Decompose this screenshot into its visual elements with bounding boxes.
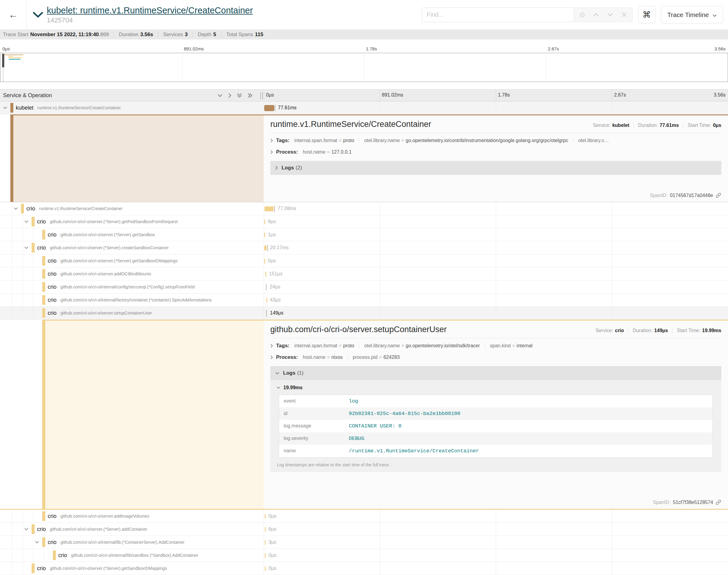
span-detail-panel: runtime.v1.RuntimeService/CreateContaine… xyxy=(0,114,728,202)
chevron-down-icon[interactable] xyxy=(14,207,18,210)
trace-start: Trace StartNovember 15 2022, 11:19:40.80… xyxy=(3,32,114,38)
span-timeline-cell[interactable]: 1μs xyxy=(264,228,728,241)
tree-guideline xyxy=(33,536,33,549)
back-button[interactable]: ← xyxy=(0,0,27,29)
tree-guideline xyxy=(23,280,23,293)
span-detail-left xyxy=(0,320,264,509)
log-entry-accordion[interactable]: 19.99ms xyxy=(276,385,715,391)
span-row[interactable]: crio github.com/cri-o/cri-o/internal/lib… xyxy=(0,536,728,549)
process-accordion[interactable]: Process: host.name=127.0.0.1 xyxy=(270,146,721,158)
span-bar xyxy=(265,514,266,519)
column-resizer-handle[interactable] xyxy=(260,92,263,99)
tag-item: internal.span.format=proto xyxy=(294,138,359,143)
chevron-down-icon[interactable] xyxy=(35,541,39,544)
span-row[interactable]: crio github.com/cri-o/cri-o/internal/lib… xyxy=(0,549,728,562)
trace-view-selector[interactable]: Trace Timeline xyxy=(661,6,723,23)
span-duration-label: 3μs xyxy=(268,539,276,545)
copy-link-icon[interactable] xyxy=(716,499,721,505)
span-row[interactable]: crio runtime.v1.RuntimeService/CreateCon… xyxy=(0,202,728,215)
span-color-bar xyxy=(42,256,45,266)
collapse-trace-header-icon[interactable] xyxy=(33,12,43,18)
minimap-drag-handle[interactable] xyxy=(2,54,4,67)
logs-accordion[interactable]: Logs(2) xyxy=(270,161,721,175)
clear-find-icon[interactable] xyxy=(618,9,630,21)
span-service: kubelet xyxy=(16,105,33,111)
tree-guideline xyxy=(44,549,44,562)
span-timeline-cell[interactable]: 3μs xyxy=(264,536,728,549)
span-timeline-cell[interactable]: 8μs xyxy=(264,215,728,228)
tree-guideline xyxy=(23,510,23,522)
span-service: crio xyxy=(37,245,46,251)
span-service: crio xyxy=(48,258,57,264)
focus-match-icon[interactable] xyxy=(576,9,588,21)
span-timeline-cell[interactable]: 20.17ms xyxy=(264,241,728,254)
minimap-tick: 2.67s xyxy=(548,46,559,51)
chevron-down-icon[interactable] xyxy=(3,107,7,109)
process-accordion[interactable]: Process: host.name=nixos process.pid=624… xyxy=(270,351,721,363)
span-timeline-cell[interactable]: 149μs xyxy=(264,307,728,319)
tree-guideline xyxy=(23,294,23,306)
tags-accordion[interactable]: Tags: internal.span.format=proto otel.li… xyxy=(270,340,721,351)
span-timeline-cell[interactable]: 0μs xyxy=(264,510,728,522)
find-input[interactable] xyxy=(422,8,574,22)
tree-guideline xyxy=(12,294,12,306)
expand-one-icon[interactable] xyxy=(228,93,231,98)
span-timeline-cell[interactable]: 43μs xyxy=(264,294,728,306)
span-row[interactable]: crio github.com/cri-o/cri-o/server.(*Ser… xyxy=(0,215,728,228)
logs-body: 19.99ms event log id 92b82381-025c-4a64-… xyxy=(270,380,721,472)
span-row[interactable]: crio github.com/cri-o/cri-o/internal/con… xyxy=(0,280,728,294)
span-row[interactable]: kubelet runtime.v1.RuntimeService/Create… xyxy=(0,101,728,114)
keyboard-shortcuts-button[interactable]: ⌘ xyxy=(638,6,655,23)
span-row[interactable]: crio github.com/cri-o/cri-o/server.(*Ser… xyxy=(0,241,728,255)
timeline-column-header: Service & Operation 0μs 891.02ms 1. xyxy=(0,89,728,101)
span-row[interactable]: crio github.com/cri-o/cri-o/server.addIm… xyxy=(0,510,728,523)
collapse-all-icon[interactable] xyxy=(237,93,242,98)
span-duration-label: 0μs xyxy=(268,566,276,571)
trace-duration: Duration3.56s xyxy=(114,32,158,38)
tree-guideline xyxy=(12,523,12,536)
span-row[interactable]: crio github.com/cri-o/cri-o/server.(*Ser… xyxy=(0,228,728,241)
span-timeline-cell[interactable]: 6μs xyxy=(264,523,728,536)
span-timeline-cell[interactable]: 77.08ms xyxy=(264,202,728,215)
tree-guideline xyxy=(33,228,33,241)
span-duration-label: 8μs xyxy=(268,219,276,224)
span-operation: github.com/cri-o/cri-o/server.(*Server).… xyxy=(50,245,264,250)
chevron-right-icon xyxy=(270,355,273,360)
tree-guideline xyxy=(23,549,23,562)
tags-accordion[interactable]: Tags: internal.span.format=proto otel.li… xyxy=(270,135,721,146)
minimap-canvas[interactable] xyxy=(0,53,728,82)
log-field-row: log.message CONTAINER USER: 0 xyxy=(279,420,713,432)
span-color-bar xyxy=(53,550,56,560)
trace-view-selector-label: Trace Timeline xyxy=(667,11,709,19)
span-row[interactable]: crio github.com/cri-o/cri-o/internal/fac… xyxy=(0,294,728,307)
chevron-down-icon[interactable] xyxy=(24,246,29,249)
span-timeline-cell[interactable]: 151μs xyxy=(264,267,728,280)
tree-guideline xyxy=(12,280,12,293)
chevron-down-icon xyxy=(275,372,279,375)
span-row[interactable]: crio github.com/cri-o/cri-o/server.(*Ser… xyxy=(0,562,728,575)
span-row[interactable]: crio github.com/cri-o/cri-o/server.(*Ser… xyxy=(0,255,728,267)
prev-match-icon[interactable] xyxy=(590,9,602,21)
span-timeline-cell[interactable]: 77.61ms xyxy=(264,101,728,114)
span-timeline-cell[interactable]: 24μs xyxy=(264,280,728,293)
find-tools xyxy=(574,8,633,22)
span-row[interactable]: crio github.com/cri-o/cri-o/server.addOC… xyxy=(0,267,728,280)
chevron-down-icon[interactable] xyxy=(24,221,29,223)
span-timeline-cell[interactable]: 0μs xyxy=(264,549,728,562)
minimap-tick: 1.78s xyxy=(366,46,377,51)
span-row[interactable]: crio github.com/cri-o/cri-o/server.setup… xyxy=(0,307,728,320)
copy-link-icon[interactable] xyxy=(716,193,721,198)
span-row[interactable]: crio github.com/cri-o/cri-o/server.(*Ser… xyxy=(0,523,728,536)
log-field-key: event xyxy=(279,395,344,408)
expand-all-icon[interactable] xyxy=(247,93,253,98)
span-timeline-cell[interactable]: 0μs xyxy=(264,255,728,267)
span-timeline-cell[interactable]: 0μs xyxy=(264,562,728,575)
span-duration-label: 24μs xyxy=(270,284,280,290)
trace-title-link[interactable]: kubelet: runtime.v1.RuntimeService/Creat… xyxy=(47,5,253,15)
logs-accordion[interactable]: Logs(1) xyxy=(270,366,721,380)
chevron-down-icon[interactable] xyxy=(24,528,29,531)
collapse-one-icon[interactable] xyxy=(218,94,223,97)
span-color-bar xyxy=(42,269,45,279)
next-match-icon[interactable] xyxy=(604,9,616,21)
tag-item: otel.library.v… xyxy=(573,138,614,143)
